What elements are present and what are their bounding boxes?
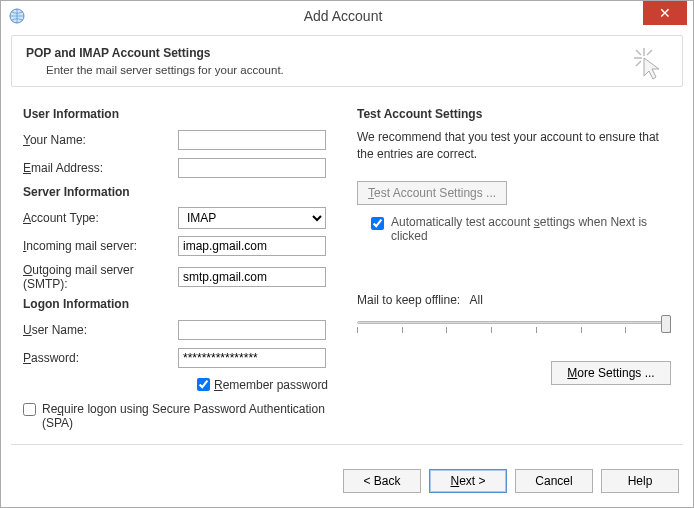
offline-label: Mail to keep offline: All: [357, 293, 671, 307]
your-name-label: Your Name:: [23, 133, 178, 147]
offline-value: All: [470, 293, 483, 307]
email-label: Email Address:: [23, 161, 178, 175]
help-button[interactable]: Help: [601, 469, 679, 493]
left-column: User Information Your Name: Email Addres…: [23, 101, 337, 430]
back-button[interactable]: < Back: [343, 469, 421, 493]
svg-line-4: [647, 50, 652, 55]
test-settings-heading: Test Account Settings: [357, 107, 671, 121]
page-subtitle: Enter the mail server settings for your …: [46, 64, 668, 76]
username-input[interactable]: [178, 320, 326, 340]
server-info-heading: Server Information: [23, 185, 337, 199]
titlebar: Add Account ✕: [1, 1, 693, 31]
test-settings-desc: We recommend that you test your account …: [357, 129, 671, 163]
test-account-button[interactable]: Test Account Settings ...: [357, 181, 507, 205]
globe-icon: [9, 8, 25, 24]
slider-ticks: [357, 327, 671, 333]
footer-buttons: < Back Next > Cancel Help: [343, 469, 679, 493]
outgoing-server-label: Outgoing mail server (SMTP):: [23, 263, 178, 291]
remember-password-label: Remember password: [214, 378, 328, 392]
account-type-select[interactable]: IMAP: [178, 207, 326, 229]
offline-slider[interactable]: [357, 313, 671, 343]
more-settings-button[interactable]: More Settings ...: [551, 361, 671, 385]
header-panel: POP and IMAP Account Settings Enter the …: [11, 35, 683, 87]
email-input[interactable]: [178, 158, 326, 178]
outgoing-server-input[interactable]: [178, 267, 326, 287]
close-button[interactable]: ✕: [643, 1, 687, 25]
account-type-label: Account Type:: [23, 211, 178, 225]
password-input[interactable]: [178, 348, 326, 368]
incoming-server-label: Incoming mail server:: [23, 239, 178, 253]
right-column: Test Account Settings We recommend that …: [357, 101, 671, 430]
add-account-window: Add Account ✕ POP and IMAP Account Setti…: [0, 0, 694, 508]
content-area: User Information Your Name: Email Addres…: [1, 87, 693, 430]
remember-password-checkbox[interactable]: [197, 378, 210, 391]
close-icon: ✕: [659, 6, 671, 20]
next-button[interactable]: Next >: [429, 469, 507, 493]
footer-separator: [11, 444, 683, 445]
user-info-heading: User Information: [23, 107, 337, 121]
cancel-button[interactable]: Cancel: [515, 469, 593, 493]
your-name-input[interactable]: [178, 130, 326, 150]
offline-section: Mail to keep offline: All: [357, 293, 671, 343]
page-title: POP and IMAP Account Settings: [26, 46, 668, 60]
logon-info-heading: Logon Information: [23, 297, 337, 311]
slider-track: [357, 321, 671, 324]
username-label: User Name:: [23, 323, 178, 337]
slider-thumb[interactable]: [661, 315, 671, 333]
spa-label: Require logon using Secure Password Auth…: [42, 402, 337, 430]
spa-checkbox[interactable]: [23, 403, 36, 416]
svg-line-3: [636, 50, 641, 55]
password-label: Password:: [23, 351, 178, 365]
svg-line-5: [636, 61, 641, 66]
incoming-server-input[interactable]: [178, 236, 326, 256]
window-title: Add Account: [33, 8, 693, 24]
auto-test-label: Automatically test account settings when…: [391, 215, 671, 243]
auto-test-checkbox[interactable]: [371, 217, 384, 230]
cursor-star-icon: [632, 46, 668, 85]
